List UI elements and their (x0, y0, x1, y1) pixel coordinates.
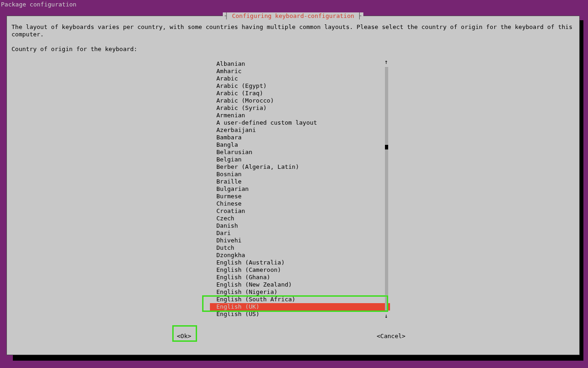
list-item[interactable]: English (US) (210, 310, 390, 318)
list-item[interactable]: Arabic (Syria) (210, 104, 390, 112)
list-item[interactable]: English (Ghana) (210, 274, 390, 281)
list-item[interactable]: Croatian (210, 207, 390, 215)
cancel-button[interactable]: <Cancel> (377, 333, 406, 340)
list-item[interactable]: English (UK) (210, 303, 390, 310)
scroll-thumb[interactable] (385, 145, 388, 150)
title-sep-left: ┤ (225, 12, 232, 19)
list-item[interactable]: Braille (210, 178, 390, 185)
list-item[interactable]: Czech (210, 215, 390, 222)
scroll-track[interactable] (385, 67, 388, 311)
list-item[interactable]: Bambara (210, 134, 390, 141)
ok-button[interactable]: <Ok> (177, 333, 191, 340)
list-item[interactable]: Azerbaijani (210, 126, 390, 134)
list-item[interactable]: Berber (Algeria, Latin) (210, 163, 390, 171)
list-item[interactable]: English (South Africa) (210, 296, 390, 303)
list-item[interactable]: Amharic (210, 68, 390, 75)
list-item[interactable]: Bosnian (210, 171, 390, 178)
list-item[interactable]: Danish (210, 222, 390, 230)
country-listbox[interactable]: AlbanianAmharicArabicArabic (Egypt)Arabi… (210, 60, 390, 318)
list-item[interactable]: Dutch (210, 244, 390, 252)
list-item[interactable]: Bangla (210, 141, 390, 149)
list-item[interactable]: English (Cameroon) (210, 266, 390, 274)
dialog-title-bar: ┤ Configuring keyboard-configuration ├ (7, 12, 579, 20)
config-dialog: ┤ Configuring keyboard-configuration ├ T… (6, 16, 580, 355)
scrollbar[interactable]: ↑ ↓ (384, 60, 389, 318)
list-item[interactable]: English (Australia) (210, 259, 390, 266)
list-item[interactable]: A user-defined custom layout (210, 119, 390, 126)
list-item[interactable]: English (New Zealand) (210, 281, 390, 288)
list-item[interactable]: Dhivehi (210, 237, 390, 244)
dialog-prompt: Country of origin for the keyboard: (11, 46, 137, 53)
list-item[interactable]: Dari (210, 230, 390, 237)
list-item[interactable]: English (Nigeria) (210, 288, 390, 296)
title-sep-right: ├ (354, 12, 362, 19)
list-item[interactable]: Arabic (Iraq) (210, 90, 390, 97)
list-item[interactable]: Arabic (210, 75, 390, 82)
list-item[interactable]: Chinese (210, 200, 390, 207)
list-item[interactable]: Arabic (Morocco) (210, 97, 390, 104)
scroll-down-icon[interactable]: ↓ (384, 312, 388, 320)
list-item[interactable]: Belgian (210, 156, 390, 163)
list-item[interactable]: Arabic (Egypt) (210, 82, 390, 90)
list-item[interactable]: Bulgarian (210, 185, 390, 193)
list-item[interactable]: Armenian (210, 112, 390, 119)
package-config-heading: Package configuration (1, 1, 76, 8)
list-item[interactable]: Dzongkha (210, 252, 390, 259)
list-item[interactable]: Albanian (210, 60, 390, 68)
list-item[interactable]: Burmese (210, 193, 390, 200)
dialog-body-text: The layout of keyboards varies per count… (11, 23, 575, 38)
list-item[interactable]: Belarusian (210, 149, 390, 156)
dialog-title: Configuring keyboard-configuration (232, 12, 354, 19)
scroll-up-icon[interactable]: ↑ (384, 58, 388, 66)
